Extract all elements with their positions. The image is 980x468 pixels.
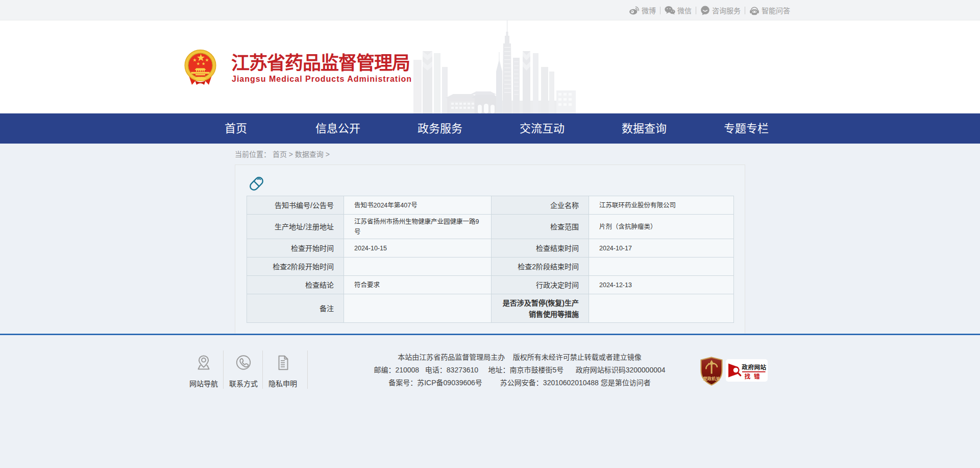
svg-text:党政机关: 党政机关 (703, 376, 720, 381)
svg-text:政府网站: 政府网站 (742, 364, 766, 370)
svg-text:找错: 找错 (744, 373, 763, 380)
